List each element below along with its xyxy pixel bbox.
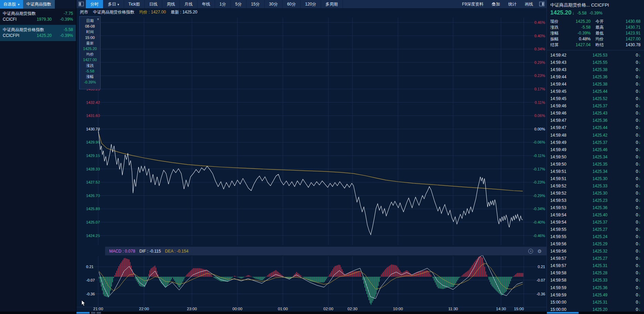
period-button[interactable]: 30分 xyxy=(265,0,283,8)
period-buttons: 分时多日▾Tick图日线周线月线年线1分5分15分30分60分120分多周期 xyxy=(86,0,343,8)
tool-button[interactable]: 统计 xyxy=(504,0,521,8)
tick-time: 14:59:57 xyxy=(550,262,577,269)
stat-label: 最高 xyxy=(595,24,613,30)
tick-volume: 0 xyxy=(636,102,638,110)
chart-hscroll-thumb[interactable] xyxy=(76,312,90,314)
bottom-scrollbar-strip xyxy=(0,312,644,314)
period-button[interactable]: 15分 xyxy=(246,0,264,8)
tick-price: 1425.38 xyxy=(577,66,607,73)
price-axis-label: 1431.60 xyxy=(86,114,100,118)
intraday-chart[interactable]: 1437.310.46%1436.490.40%1435.680.34%1434… xyxy=(76,16,546,312)
toolbar-right-tools: F9深度资料叠加统计画线 xyxy=(458,0,537,8)
macd-axis-label: 0.21 xyxy=(538,265,545,269)
macd-value: MACD : 0.078 xyxy=(109,249,135,254)
collapse-right-panel-icon[interactable] xyxy=(539,2,544,6)
quote-hscroll-thumb[interactable] xyxy=(547,312,579,314)
instrument-price: 1425.20 xyxy=(30,33,52,39)
time-axis-label: 23:00 xyxy=(187,307,197,311)
close-indicator-icon[interactable]: × xyxy=(528,249,533,254)
period-button[interactable]: 年线 xyxy=(197,0,215,8)
tooltip-row: -5.58 xyxy=(80,68,100,74)
collapse-left-panel-icon[interactable] xyxy=(79,2,84,6)
tick-volume: 0 xyxy=(636,88,638,95)
down-arrow-icon: ↓ xyxy=(638,52,641,59)
dif-value: DIF : -0.115 xyxy=(139,249,161,254)
watchlist-item[interactable]: 中证商品期货价格指数-5.58CCICFPI1425.20-0.39% xyxy=(0,25,76,41)
stat-label: 均价 xyxy=(595,36,613,42)
tool-button[interactable]: F9深度资料 xyxy=(458,0,488,8)
tick-time: 14:59:43 xyxy=(550,66,577,73)
tick-time: 14:59:59 xyxy=(550,284,577,292)
stat-value: 0.48% xyxy=(568,36,595,42)
period-button[interactable]: 120分 xyxy=(301,0,321,8)
time-axis-label: 02:30 xyxy=(348,307,358,311)
tick-row: 14:59:541425.400↓ xyxy=(550,212,641,219)
instrument-code: CCICFI xyxy=(3,17,30,22)
period-button[interactable]: Tick图 xyxy=(124,0,145,8)
time-axis-label: 01:00 xyxy=(278,307,288,311)
period-toolbar: 分时多日▾Tick图日线周线月线年线1分5分15分30分60分120分多周期 F… xyxy=(76,0,546,9)
period-button[interactable]: 分时 xyxy=(86,0,103,8)
watchlist-item[interactable]: 中证商品期货指数-7.75CCICFI1979.30-0.39% xyxy=(0,9,76,25)
tick-volume: 0 xyxy=(636,190,638,197)
tick-row: 14:59:481425.420↓ xyxy=(550,132,641,139)
tick-list: 14:59:421425.530↓14:59:431425.550↓14:59:… xyxy=(547,52,644,313)
chart-subheader: 闭市 中证商品期货价格指数 均价 : 1427.00 最新 : 1425.20 xyxy=(76,9,546,16)
pct-axis-label: -0.29% xyxy=(533,194,545,198)
stat-row: 结算1427.04昨结1430.78 xyxy=(550,42,641,48)
time-axis-label: 10:00 xyxy=(393,307,403,311)
down-arrow-icon: ↓ xyxy=(638,81,641,88)
time-axis-label: 14:30 xyxy=(496,307,506,311)
down-arrow-icon: ↓ xyxy=(638,59,641,66)
scroll-button[interactable] xyxy=(96,312,101,314)
down-arrow-icon: ↓ xyxy=(638,212,641,219)
period-button[interactable]: 日线 xyxy=(145,0,162,8)
tick-time: 15:00:00 xyxy=(550,299,577,306)
tab-favorites[interactable]: 自选股▾ xyxy=(0,0,23,9)
close-icon[interactable]: × xyxy=(97,17,99,22)
tick-volume: 0 xyxy=(636,73,638,81)
down-arrow-icon: ↓ xyxy=(638,73,641,81)
chevron-down-icon: ▾ xyxy=(117,3,119,6)
tick-price: 1425.36 xyxy=(577,117,607,124)
tick-price: 1425.40 xyxy=(577,212,607,219)
period-button[interactable]: 多日▾ xyxy=(103,0,124,8)
down-arrow-icon: ↓ xyxy=(638,139,641,146)
down-arrow-icon: ↓ xyxy=(638,248,641,255)
tick-price: 1425.38 xyxy=(577,81,607,88)
period-button[interactable]: 5分 xyxy=(231,0,247,8)
tick-volume: 0 xyxy=(636,277,638,284)
tick-row: 14:59:571425.270↓ xyxy=(550,255,641,262)
stat-value: -0.39% xyxy=(568,30,595,36)
chart-data-tooltip: × 日期08-08时间15:00最新1425.20均价1427.00涨跌-5.5… xyxy=(79,16,101,89)
period-button[interactable]: 多周期 xyxy=(321,0,343,8)
tick-volume: 0 xyxy=(636,139,638,146)
trading-terminal: 自选股▾ 中证商品指数 中证商品期货指数-7.75CCICFI1979.30-0… xyxy=(0,0,644,314)
time-axis-label: 22:00 xyxy=(139,307,149,311)
period-button[interactable]: 60分 xyxy=(283,0,300,8)
gear-icon[interactable]: ⚙ xyxy=(537,249,542,254)
down-arrow-icon: ↓ xyxy=(638,110,641,117)
tick-row: 14:59:581425.330↓ xyxy=(550,277,641,284)
tick-time: 14:59:44 xyxy=(550,81,577,88)
tool-button[interactable]: 画线 xyxy=(521,0,537,8)
tick-volume: 0 xyxy=(636,269,638,277)
tick-volume: 0 xyxy=(636,292,638,299)
tool-button[interactable]: 叠加 xyxy=(488,0,504,8)
period-button[interactable]: 1分 xyxy=(215,0,231,8)
stat-row: 涨跌-5.58最高1430.71 xyxy=(550,24,641,30)
tab-csi-commodity-index[interactable]: 中证商品指数 xyxy=(23,0,55,9)
scroll-button[interactable] xyxy=(91,312,95,314)
tick-row: 14:59:491425.370↓ xyxy=(550,139,641,146)
period-button[interactable]: 月线 xyxy=(180,0,197,8)
tick-row: 14:59:551425.270↓ xyxy=(550,226,641,233)
down-arrow-icon: ↓ xyxy=(638,168,641,175)
pct-axis-label: 0.17% xyxy=(534,87,545,91)
instrument-pct: -0.39% xyxy=(52,33,73,39)
down-arrow-icon: ↓ xyxy=(638,124,641,131)
down-arrow-icon: ↓ xyxy=(638,292,641,299)
period-button[interactable]: 周线 xyxy=(162,0,180,8)
tooltip-row: 涨幅 xyxy=(80,74,100,79)
tick-time: 14:59:46 xyxy=(550,102,577,110)
chevron-down-icon: ▾ xyxy=(18,3,20,6)
